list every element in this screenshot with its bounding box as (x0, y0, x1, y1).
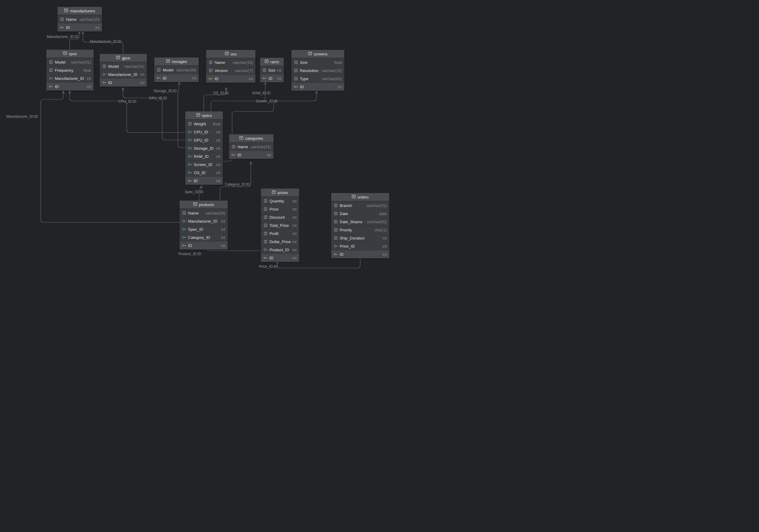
table-title: categories (245, 136, 263, 141)
column-row[interactable]: Storage_IDint (185, 144, 223, 152)
table-header[interactable]: specs (185, 111, 223, 120)
column-row[interactable]: Prioritychar(1) (331, 226, 389, 234)
column-name: Screen_ID (194, 162, 212, 167)
table-icon (225, 52, 229, 56)
column-row[interactable]: IDint (46, 82, 94, 90)
column-name: Price_ID (340, 244, 355, 248)
column-name: Frequency (55, 68, 73, 73)
column-row[interactable]: IDint (154, 74, 199, 82)
svg-point-93 (185, 221, 186, 222)
column-row[interactable]: Namevarchar(15) (206, 58, 255, 66)
svg-point-15 (52, 78, 53, 79)
column-row[interactable]: Date_Shamsvarchar(50) (331, 217, 389, 226)
column-icon (157, 68, 161, 72)
table-title: products (199, 203, 214, 207)
table-header[interactable]: storages (154, 57, 199, 66)
table-specs[interactable]: specsWeightfloatCPU_IDintGPU_IDintStorag… (185, 111, 223, 185)
column-row[interactable]: Versionvarchar(7) (206, 66, 255, 74)
column-row[interactable]: Profitint (261, 229, 299, 237)
column-row[interactable]: Priceint (261, 205, 299, 213)
column-row[interactable]: OS_IDint (185, 169, 223, 176)
table-orders[interactable]: ordersBranchvarchar(31)DatedateDate_Sham… (331, 193, 389, 258)
column-row[interactable]: Resolutionvarchar(15) (292, 66, 344, 74)
column-row[interactable]: Branchvarchar(31) (331, 201, 389, 209)
column-row[interactable]: IDint (260, 74, 284, 82)
table-screens[interactable]: screensSizefloatResolutionvarchar(15)Typ… (291, 50, 344, 91)
column-row[interactable]: IDint (206, 74, 255, 83)
column-row[interactable]: Total_Priceint (261, 221, 299, 229)
column-row[interactable]: Screen_IDint (185, 160, 223, 169)
column-row[interactable]: Modelvarchar(31) (100, 62, 147, 70)
column-type: int (292, 240, 297, 244)
column-row[interactable]: IDint (229, 151, 273, 159)
erd-canvas[interactable]: Manufacturer_ID:ID Manufacturer_ID:ID Ma… (0, 0, 397, 278)
column-row[interactable]: IDint (180, 241, 227, 249)
table-icon (196, 113, 200, 118)
table-header[interactable]: oss (206, 50, 255, 58)
column-row[interactable]: Quantityint (261, 197, 299, 205)
column-row[interactable]: IDint (58, 23, 102, 31)
table-header[interactable]: cpus (46, 50, 94, 58)
table-header[interactable]: manufacturers (58, 7, 102, 15)
column-row[interactable]: Category_IDint (180, 233, 227, 241)
table-header[interactable]: orders (331, 193, 389, 201)
column-row[interactable]: Sizeint (260, 66, 284, 74)
column-name: Branch (340, 203, 352, 208)
table-title: oss (231, 52, 237, 56)
column-row[interactable]: Dollar_Priceint (261, 237, 299, 246)
column-type: varchar(15) (322, 68, 342, 73)
table-cpus[interactable]: cpusModelvarchar(31)FrequencyfloatManufa… (46, 50, 94, 91)
svg-point-24 (105, 74, 106, 75)
column-row[interactable]: GPU_IDint (185, 136, 223, 144)
table-title: storages (172, 59, 187, 64)
table-storages[interactable]: storagesModelvarchar(30)IDint (154, 57, 199, 82)
column-row[interactable]: Namevarchar(50) (180, 209, 227, 217)
foreign-key-icon (188, 155, 192, 158)
column-row[interactable]: RAM_IDint (185, 152, 223, 160)
table-header[interactable]: gpus (100, 54, 147, 62)
column-row[interactable]: IDint (100, 78, 147, 87)
column-row[interactable]: IDint (185, 176, 223, 185)
column-row[interactable]: Manufacturer_IDint (100, 70, 147, 78)
column-row[interactable]: Namevarchar(31) (229, 142, 273, 151)
column-row[interactable]: IDint (261, 254, 299, 262)
column-row[interactable]: Ship_Durationint (331, 234, 389, 242)
table-products[interactable]: productsNamevarchar(50)Manufacturer_IDin… (180, 200, 228, 250)
column-row[interactable]: CPU_IDint (185, 128, 223, 136)
column-row[interactable]: Modelvarchar(31) (46, 58, 94, 66)
column-icon (209, 69, 213, 72)
table-manufacturers[interactable]: manufacturersNamevarchar(15)IDint (57, 7, 102, 32)
table-icon (116, 56, 120, 60)
column-type: int (216, 171, 220, 175)
column-row[interactable]: Spec_IDint (180, 225, 227, 233)
column-row[interactable]: Frequencyfloat (46, 66, 94, 74)
table-rams[interactable]: ramsSizeintIDint (260, 57, 284, 83)
table-header[interactable]: categories (229, 134, 273, 142)
column-name: OS_ID (194, 171, 206, 175)
column-row[interactable]: Manufacturer_IDint (46, 74, 94, 82)
column-row[interactable]: Price_IDint (331, 242, 389, 250)
table-header[interactable]: rams (260, 58, 284, 66)
table-header[interactable]: products (180, 201, 227, 209)
column-name: Profit (269, 231, 279, 236)
column-row[interactable]: Datedate (331, 209, 389, 217)
table-header[interactable]: screens (292, 50, 344, 58)
column-row[interactable]: Discountint (261, 213, 299, 221)
column-row[interactable]: IDint (331, 250, 389, 258)
column-name: ID (238, 153, 241, 157)
column-row[interactable]: Weightfloat (185, 120, 223, 128)
column-row[interactable]: Product_IDint (261, 246, 299, 254)
table-categories[interactable]: categoriesNamevarchar(31)IDint (229, 134, 274, 159)
column-row[interactable]: Namevarchar(15) (58, 15, 102, 23)
column-row[interactable]: Typevarchar(63) (292, 74, 344, 83)
column-row[interactable]: IDint (292, 83, 344, 91)
table-oss[interactable]: ossNamevarchar(15)Versionvarchar(7)IDint (206, 50, 256, 83)
svg-point-78 (191, 172, 192, 173)
table-gpus[interactable]: gpusModelvarchar(31)Manufacturer_IDintID… (100, 54, 147, 87)
column-row[interactable]: Manufacturer_IDint (180, 217, 227, 225)
column-row[interactable]: Sizefloat (292, 58, 344, 66)
column-icon (231, 145, 236, 148)
table-header[interactable]: prices (261, 189, 299, 197)
column-row[interactable]: Modelvarchar(30) (154, 66, 199, 74)
table-prices[interactable]: pricesQuantityintPriceintDiscountintTota… (261, 188, 299, 262)
